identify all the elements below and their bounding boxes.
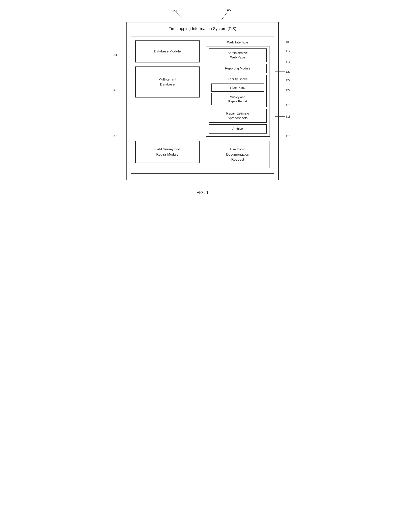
admin-web-page-label: AdministrativeWeb Page xyxy=(228,51,248,59)
electronic-doc-box-wrapper: ElectronicDocumentationRequest xyxy=(206,141,270,168)
field-survey-box: Field Survey andRepair Module xyxy=(135,141,200,163)
annotation-lines-top xyxy=(127,8,279,22)
svg-line-1 xyxy=(221,10,229,21)
right-column: Web Interface AdministrativeWeb Page Rep… xyxy=(206,40,270,137)
svg-text:120: 120 xyxy=(286,70,290,73)
svg-text:112: 112 xyxy=(286,49,290,53)
columns-layout: Database Module Multi-tenantDatabase Web… xyxy=(135,40,270,137)
web-interface-label: Web Interface xyxy=(206,40,270,45)
archive-box: Archive xyxy=(209,124,267,134)
page-wrapper: 102 100 Firestopping Information System … xyxy=(127,8,279,195)
svg-text:116: 116 xyxy=(286,104,290,107)
repair-estimate-box: Repair EstimateSpreadsheets xyxy=(209,109,267,123)
database-module-label: Database Module xyxy=(154,49,181,53)
fig-caption: FIG. 1 xyxy=(196,190,209,195)
outer-box: Firestopping Information System (FIS) Da… xyxy=(127,22,279,180)
floor-plans-label: Floor Plans xyxy=(230,86,245,89)
main-diagram: Firestopping Information System (FIS) Da… xyxy=(127,22,279,180)
survey-repair-report-box: Survey andRepair Report xyxy=(211,93,264,105)
top-labels-area: 102 100 xyxy=(127,8,279,22)
svg-text:118: 118 xyxy=(286,115,290,118)
label-100: 100 xyxy=(227,8,231,11)
database-module-box: Database Module xyxy=(135,40,200,62)
svg-text:126: 126 xyxy=(112,88,117,92)
right-inner-box: AdministrativeWeb Page Reporting Module … xyxy=(206,46,270,137)
electronic-doc-label: ElectronicDocumentationRequest xyxy=(226,147,249,161)
svg-text:122: 122 xyxy=(286,79,290,82)
multi-tenant-db-box: Multi-tenantDatabase xyxy=(135,66,200,98)
bottom-row: Field Survey andRepair Module Electronic… xyxy=(135,141,270,168)
repair-estimate-label: Repair EstimateSpreadsheets xyxy=(226,112,249,119)
facility-books-label: Facility Books xyxy=(211,77,264,82)
field-survey-label: Field Survey andRepair Module xyxy=(155,147,180,156)
fis-title: Firestopping Information System (FIS) xyxy=(131,26,274,31)
admin-web-page-box: AdministrativeWeb Page xyxy=(209,48,267,62)
svg-line-0 xyxy=(176,13,186,21)
floor-plans-box: Floor Plans xyxy=(211,84,264,92)
electronic-doc-box: ElectronicDocumentationRequest xyxy=(206,141,270,168)
svg-text:114: 114 xyxy=(286,60,290,64)
field-survey-box-wrapper: Field Survey andRepair Module xyxy=(135,141,200,168)
reporting-module-box: Reporting Module xyxy=(209,64,267,73)
svg-text:106: 106 xyxy=(286,40,290,44)
svg-text:108: 108 xyxy=(112,135,117,138)
left-column: Database Module Multi-tenantDatabase xyxy=(135,40,200,98)
reporting-module-label: Reporting Module xyxy=(225,67,250,70)
svg-text:124: 124 xyxy=(286,88,290,92)
svg-text:110: 110 xyxy=(286,135,290,138)
survey-repair-report-label: Survey andRepair Report xyxy=(228,95,247,103)
archive-label: Archive xyxy=(232,127,243,131)
svg-text:104: 104 xyxy=(112,53,117,57)
multi-tenant-db-label: Multi-tenantDatabase xyxy=(159,78,176,86)
inner-box: Database Module Multi-tenantDatabase Web… xyxy=(131,36,274,174)
facility-books-group: Facility Books Floor Plans Survey andRep… xyxy=(209,75,267,107)
